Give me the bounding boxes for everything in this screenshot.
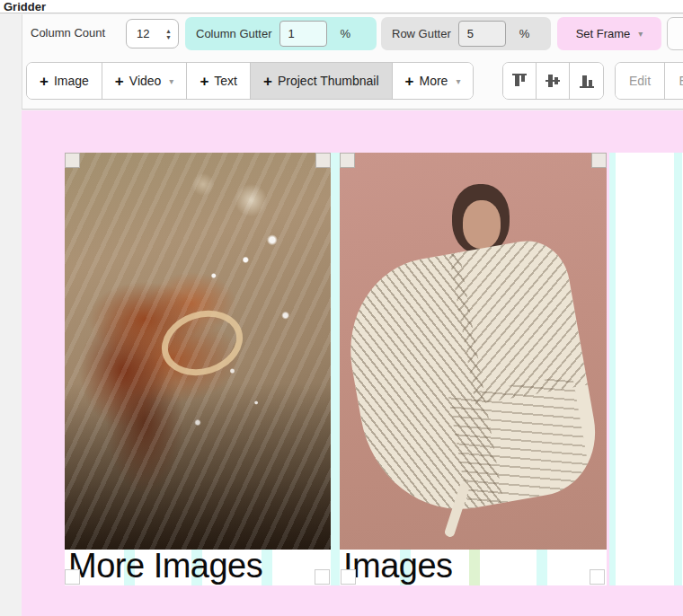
align-button-group: [502, 62, 604, 100]
title-bar: Gridder: [0, 0, 683, 13]
row-gutter-group: Row Gutter %: [381, 17, 551, 50]
resize-handle[interactable]: [590, 569, 605, 585]
plus-icon: +: [405, 74, 414, 89]
column-gutter-stripe: [537, 550, 547, 585]
resize-handle[interactable]: [65, 569, 80, 585]
gridder-window: Gridder Column Count 12 ▲ ▼ Column Gutte…: [0, 0, 683, 616]
resize-handle[interactable]: [65, 153, 80, 168]
stepper-arrows-icon[interactable]: ▲ ▼: [165, 28, 178, 40]
column-count-label: Column Count: [31, 26, 105, 40]
row-gutter-label: Row Gutter: [381, 27, 458, 40]
insert-row: + Image + Video ▾ + Text + Project Thumb…: [22, 62, 683, 101]
align-bottom-button[interactable]: [570, 63, 603, 99]
align-top-button[interactable]: [503, 63, 537, 99]
align-middle-icon: [545, 73, 561, 89]
grid-settings-row: Column Count 12 ▲ ▼ Column Gutter % Row …: [22, 14, 683, 57]
chevron-down-icon: ▾: [456, 76, 460, 86]
align-bottom-icon: [579, 73, 595, 89]
chevron-down-icon: ▾: [169, 76, 173, 86]
insert-button-group: + Image + Video ▾ + Text + Project Thumb…: [26, 62, 474, 100]
resize-handle[interactable]: [315, 569, 330, 585]
grid-canvas[interactable]: More Images Images: [22, 110, 683, 616]
column-count-stepper[interactable]: 12 ▲ ▼: [126, 19, 179, 48]
resize-handle[interactable]: [315, 153, 331, 168]
column-gutter-stripe: [331, 153, 340, 585]
column-gutter-stripe: [674, 153, 682, 585]
add-text-button[interactable]: + Text: [187, 63, 251, 99]
add-image-button[interactable]: + Image: [27, 63, 102, 99]
row-gutter-unit: %: [519, 27, 530, 40]
column-gutter-group: Column Gutter %: [185, 17, 377, 50]
plus-icon: +: [200, 74, 208, 89]
rusty-chains-in-water-photo[interactable]: [65, 153, 331, 550]
empty-grid-cell[interactable]: [616, 153, 683, 585]
column-gutter-input[interactable]: [279, 21, 327, 47]
column-count-value: 12: [127, 27, 165, 40]
add-video-button[interactable]: + Video ▾: [102, 63, 188, 99]
plus-icon: +: [40, 74, 49, 89]
bracelet-ring: [153, 300, 251, 385]
resize-handle[interactable]: [591, 153, 607, 168]
clipped-toolbar-button[interactable]: [667, 17, 683, 50]
row-gutter-stripe: [469, 550, 480, 585]
row-gutter-input[interactable]: [458, 21, 506, 47]
page-title: Gridder: [4, 0, 46, 13]
resize-handle[interactable]: [340, 153, 355, 168]
seated-figure-striped-dress-photo[interactable]: [340, 153, 607, 550]
caption-text[interactable]: Images: [343, 547, 453, 585]
plus-icon: +: [263, 74, 272, 89]
caption-cell-images[interactable]: Images: [340, 550, 607, 585]
chevron-down-icon: ▾: [638, 29, 643, 39]
plus-icon: +: [115, 74, 124, 89]
edit-button-clipped[interactable]: Edit: [665, 63, 683, 99]
caption-cell-more-images[interactable]: More Images: [65, 550, 331, 585]
align-top-icon: [511, 73, 528, 89]
edit-button[interactable]: Edit: [616, 63, 665, 99]
column-gutter-stripe: [262, 550, 272, 585]
figure-dress: [340, 233, 606, 524]
edit-button-group: Edit Edit: [615, 62, 683, 100]
caption-text[interactable]: More Images: [68, 547, 262, 585]
add-more-button[interactable]: + More ▾: [393, 63, 474, 99]
column-gutter-unit: %: [341, 27, 351, 40]
resize-handle[interactable]: [341, 569, 356, 585]
toolbar-panel: Column Count 12 ▲ ▼ Column Gutter % Row …: [22, 14, 683, 110]
figure-face: [463, 200, 501, 249]
set-frame-button[interactable]: Set Frame ▾: [557, 17, 661, 50]
column-gutter-label: Column Gutter: [185, 27, 279, 40]
align-middle-button[interactable]: [537, 63, 570, 99]
add-project-thumbnail-button[interactable]: + Project Thumbnail: [251, 63, 393, 99]
